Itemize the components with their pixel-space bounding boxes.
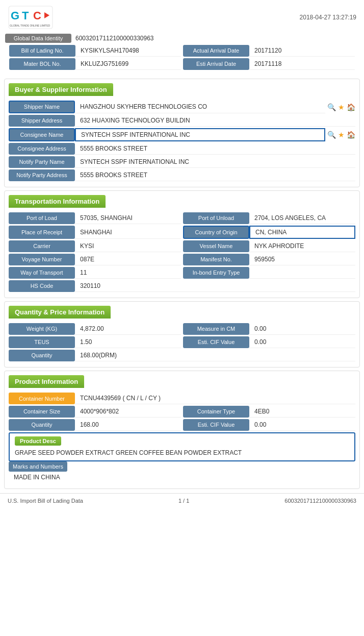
marks-label: Marks and Numbers: [9, 461, 67, 472]
voyage-number-label: Voyage Number: [9, 254, 75, 265]
quantity-price-card: Quantity & Price Information Weight (KG)…: [4, 301, 360, 368]
global-data-label: Global Data Identity: [5, 34, 71, 43]
product-info-card: Product Information Container Number TCN…: [4, 371, 360, 489]
manifest-no-value: 959505: [249, 254, 355, 265]
product-esti-cif-value: 0.00: [249, 419, 355, 431]
master-bol-label: Mater BOL No.: [9, 58, 75, 70]
manifest-right: Manifest No. 959505: [183, 254, 355, 265]
container-size-value: 4000*906*802: [75, 406, 181, 418]
quantity-value: 168.00(DRM): [75, 350, 355, 361]
product-info-title: Product Information: [9, 375, 84, 388]
svg-text:GLOBAL TRADE ONLINE LIMITED: GLOBAL TRADE ONLINE LIMITED: [10, 24, 50, 27]
consignee-star-icon[interactable]: ★: [338, 131, 345, 139]
star-icon[interactable]: ★: [338, 103, 345, 111]
esti-arrival-right: Esti Arrival Date 20171118: [183, 58, 355, 70]
carrier-vessel-row: Carrier KYSI Vessel Name NYK APHRODITE: [9, 240, 355, 252]
esti-arrival-value: 20171118: [249, 58, 355, 70]
consignee-home-icon[interactable]: 🏠: [347, 131, 355, 139]
actual-arrival-label: Actual Arrival Date: [183, 45, 249, 57]
actual-arrival-value: 20171120: [249, 45, 355, 57]
teus-label: TEUS: [9, 336, 75, 348]
weight-label: Weight (KG): [9, 323, 75, 335]
teus-left: TEUS 1.50: [9, 336, 181, 348]
container-number-row: Container Number TCNU4439569 ( CN / L / …: [9, 393, 355, 404]
svg-text:G: G: [11, 9, 19, 22]
footer-left: U.S. Import Bill of Lading Data: [8, 498, 83, 504]
port-unload-right: Port of Unload 2704, LOS ANGELES, CA: [183, 212, 355, 224]
page-wrapper: G T C GLOBAL TRADE ONLINE LIMITED 2018-0…: [0, 0, 364, 636]
home-icon[interactable]: 🏠: [347, 103, 355, 111]
measure-in-cm-value: 0.00: [249, 323, 355, 335]
esti-cif-label: Esti. CIF Value: [183, 336, 249, 348]
product-quantity-cif-row: Quantity 168.00 Esti. CIF Value 0.00: [9, 419, 355, 431]
buyer-supplier-title: Buyer & Supplier Information: [9, 83, 113, 96]
shipper-address-value: 632 HUAXING TECHNOLOGY BUILDIN: [75, 115, 355, 127]
bol-label: Bill of Lading No.: [9, 45, 75, 57]
search-icon[interactable]: 🔍: [327, 103, 336, 111]
bol-left: Bill of Lading No. KYSIKYLSAH170498: [9, 45, 181, 57]
notify-party-address-row: Notify Party Address 5555 BROOKS STREET: [9, 169, 355, 181]
container-number-label: Container Number: [9, 393, 75, 404]
global-data-value: 60032017112100000330963: [75, 35, 154, 42]
quantity-row: Quantity 168.00(DRM): [9, 350, 355, 361]
container-type-label: Container Type: [183, 406, 249, 418]
quantity-label: Quantity: [9, 350, 75, 361]
notify-party-name-label: Notify Party Name: [9, 156, 75, 168]
vessel-name-label: Vessel Name: [183, 240, 249, 252]
carrier-value: KYSI: [75, 240, 181, 252]
in-bond-entry-value: [249, 267, 355, 279]
weight-value: 4,872.00: [75, 323, 181, 335]
consignee-name-icons: 🔍 ★ 🏠: [327, 128, 355, 141]
marks-section: Marks and Numbers MADE IN CHINA: [9, 463, 355, 483]
svg-text:C: C: [33, 9, 41, 22]
voyage-manifest-row: Voyage Number 087E Manifest No. 959505: [9, 254, 355, 265]
port-load-left: Port of Load 57035, SHANGHAI: [9, 212, 181, 224]
esti-arrival-label: Esti Arrival Date: [183, 58, 249, 70]
port-of-unload-value: 2704, LOS ANGELES, CA: [249, 212, 355, 224]
way-of-transport-value: 11: [75, 267, 181, 279]
place-receipt-left: Place of Receipt SHANGHAI: [9, 226, 181, 239]
carrier-label: Carrier: [9, 240, 75, 252]
place-of-receipt-value: SHANGHAI: [75, 226, 181, 239]
hs-code-row: HS Code 320110: [9, 280, 355, 292]
product-esti-cif-label: Esti. CIF Value: [183, 419, 249, 431]
country-of-origin-value: CN, CHINA: [249, 226, 355, 239]
container-size-type-row: Container Size 4000*906*802 Container Ty…: [9, 406, 355, 418]
footer-right: 60032017112100000330963: [284, 498, 356, 504]
teus-cif-row: TEUS 1.50 Esti. CIF Value 0.00: [9, 336, 355, 348]
consignee-search-icon[interactable]: 🔍: [327, 131, 336, 139]
place-of-receipt-label: Place of Receipt: [9, 226, 75, 239]
global-data-row: Global Data Identity 6003201711210000033…: [5, 34, 359, 43]
carrier-left: Carrier KYSI: [9, 240, 181, 252]
inbond-right: In-bond Entry Type: [183, 267, 355, 279]
port-of-load-label: Port of Load: [9, 212, 75, 224]
master-bol-left: Mater BOL No. KKLUZJG751699: [9, 58, 181, 70]
quantity-price-title: Quantity & Price Information: [9, 306, 111, 319]
product-quantity-value: 168.00: [75, 419, 181, 431]
receipt-origin-row: Place of Receipt SHANGHAI Country of Ori…: [9, 226, 355, 239]
esti-cif-right: Esti. CIF Value 0.00: [183, 336, 355, 348]
country-of-origin-label: Country of Origin: [183, 226, 249, 239]
footer: U.S. Import Bill of Lading Data 1 / 1 60…: [0, 493, 364, 508]
consignee-address-row: Consignee Address 5555 BROOKS STREET: [9, 143, 355, 155]
product-desc-box: Product Desc GRAPE SEED POWDER EXTRACT G…: [9, 432, 355, 461]
hs-code-value: 320110: [75, 280, 355, 292]
notify-party-address-value: 5555 BROOKS STREET: [75, 169, 355, 181]
notify-party-name-value: SYNTECH SSPF INTERNATIONAL INC: [75, 156, 355, 168]
container-size-left: Container Size 4000*906*802: [9, 406, 181, 418]
port-of-load-value: 57035, SHANGHAI: [75, 212, 181, 224]
manifest-no-label: Manifest No.: [183, 254, 249, 265]
bol-value: KYSIKYLSAH170498: [75, 45, 181, 57]
way-of-transport-label: Way of Transport: [9, 267, 75, 279]
measure-in-cm-label: Measure in CM: [183, 323, 249, 335]
product-cif-right: Esti. CIF Value 0.00: [183, 419, 355, 431]
container-size-label: Container Size: [9, 406, 75, 418]
product-quantity-label: Quantity: [9, 419, 75, 431]
consignee-address-value: 5555 BROOKS STREET: [75, 143, 355, 155]
port-of-unload-label: Port of Unload: [183, 212, 249, 224]
in-bond-entry-label: In-bond Entry Type: [183, 267, 249, 279]
shipper-name-icons: 🔍 ★ 🏠: [327, 101, 355, 113]
svg-marker-4: [44, 12, 49, 18]
esti-cif-value: 0.00: [249, 336, 355, 348]
way-transport-left: Way of Transport 11: [9, 267, 181, 279]
